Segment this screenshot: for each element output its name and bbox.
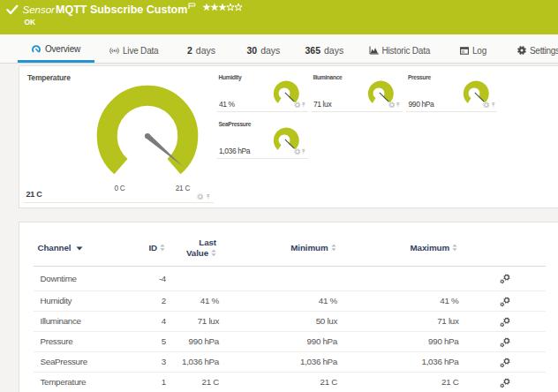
gauge-label-temperature: Temperature — [27, 73, 71, 82]
column-header-maximum-label: Maximum — [411, 243, 450, 253]
tab-365-days-num: 365 — [305, 45, 321, 56]
tab-overview[interactable]: Overview — [18, 34, 94, 63]
status-check-icon — [6, 4, 19, 16]
channel-gear-icon[interactable] — [197, 193, 204, 200]
cell-last-value: 21 C — [202, 377, 220, 387]
cell-maximum: 71 lux — [437, 316, 458, 326]
column-header-maximum[interactable]: Maximum — [411, 243, 458, 253]
column-header-id[interactable]: ID — [148, 243, 165, 253]
sort-icons — [452, 244, 457, 253]
cell-channel[interactable]: Pressure — [41, 336, 73, 346]
page-title: MQTT Subscribe Custom — [56, 4, 187, 16]
channel-pin-icon[interactable] — [301, 102, 306, 109]
edit-channel-gears-icon[interactable] — [500, 378, 510, 388]
tab-log[interactable]: Log — [460, 34, 486, 63]
cell-id: -4 — [159, 274, 166, 283]
column-header-channel-label: Channel — [38, 243, 72, 253]
sort-icons — [160, 244, 165, 253]
cell-id: 3 — [162, 357, 166, 366]
edit-channel-gears-icon[interactable] — [500, 297, 510, 306]
column-header-value-line: Value — [186, 248, 216, 259]
gauge-label-humidity: Humidity — [219, 74, 242, 80]
cell-id: 2 — [162, 296, 166, 305]
gauge-value-temperature: 21 C — [26, 190, 42, 199]
cell-channel[interactable]: SeaPressure — [41, 357, 87, 366]
cell-maximum: 990 hPa — [428, 336, 458, 346]
tab-log-label: Log — [472, 46, 486, 56]
tab-historic-data-label: Historic Data — [382, 46, 431, 56]
gear-icon — [517, 46, 526, 55]
cell-icons — [388, 102, 401, 109]
sort-toggle-icon[interactable] — [211, 249, 216, 257]
cell-divider — [312, 111, 403, 112]
tab-live-data[interactable]: Live Data — [109, 34, 158, 63]
gauge-cell-illuminance: Illuminance 71 lux — [312, 72, 403, 112]
column-header-last-value[interactable]: Last Value — [186, 237, 216, 259]
column-header-channel[interactable]: Channel — [38, 243, 84, 253]
cell-last-value: 990 hPa — [189, 336, 219, 346]
channel-gear-icon[interactable] — [294, 102, 301, 109]
cell-channel[interactable]: Temperature — [41, 377, 87, 387]
tab-historic-data[interactable]: Historic Data — [369, 34, 431, 63]
table-row-pressure: Pressure5990 hPa990 hPa990 hPa — [19, 332, 558, 352]
cell-channel[interactable]: Illuminance — [41, 316, 81, 326]
column-header-last-label: Last — [186, 237, 216, 247]
channel-gear-icon[interactable] — [294, 148, 301, 155]
tab-bar: Overview Live Data 2days 30days 365days … — [0, 34, 558, 64]
channel-gear-icon[interactable] — [388, 102, 396, 109]
column-header-minimum[interactable]: Minimum — [290, 243, 336, 253]
tab-365-days-label: days — [324, 45, 343, 56]
cell-id: 1 — [162, 377, 166, 387]
cell-id: 5 — [162, 336, 166, 346]
broadcast-icon — [109, 47, 119, 55]
gauge-value-seapressure: 1,036 hPa — [219, 147, 250, 155]
tab-overview-label: Overview — [45, 44, 80, 54]
gauges-panel: Temperature 0 C 21 C 21 C Humidity 41 % … — [19, 65, 558, 208]
gauge-cell-humidity: Humidity 41 % — [217, 72, 308, 112]
edit-channel-gears-icon[interactable] — [500, 358, 510, 367]
channel-pin-icon[interactable] — [301, 148, 306, 155]
tab-30-days[interactable]: 30days — [247, 34, 281, 63]
sort-icons — [211, 249, 216, 259]
log-window-icon — [460, 47, 469, 55]
area-chart-icon — [369, 46, 379, 55]
table-row-seapressure: SeaPressure31,036 hPa1,036 hPa1,036 hPa — [19, 352, 558, 373]
channel-pin-icon[interactable] — [206, 193, 211, 200]
cell-id: 4 — [162, 316, 166, 326]
star-empty-icon[interactable] — [234, 3, 243, 11]
cell-divider — [24, 202, 214, 203]
tab-settings[interactable]: Settings — [517, 34, 558, 63]
cell-last-value: 1,036 hPa — [182, 357, 219, 366]
column-header-id-label: ID — [148, 243, 157, 253]
edit-channel-gears-icon[interactable] — [500, 317, 510, 327]
cell-icons — [294, 102, 306, 109]
tab-365-days[interactable]: 365days — [305, 34, 344, 63]
cell-divider — [217, 111, 308, 112]
status-badge: OK — [25, 18, 36, 26]
sort-toggle-icon[interactable] — [331, 244, 336, 252]
channel-pin-icon[interactable] — [396, 102, 401, 109]
edit-channel-gears-icon[interactable] — [500, 337, 510, 347]
cell-icons — [483, 102, 495, 109]
channel-gear-icon[interactable] — [483, 102, 490, 109]
gauge-label-seapressure: SeaPressure — [219, 121, 252, 127]
flag-icon[interactable] — [188, 3, 196, 10]
sort-toggle-icon[interactable] — [160, 244, 165, 252]
channel-pin-icon[interactable] — [491, 102, 496, 109]
priority-stars[interactable] — [202, 3, 242, 11]
cell-icons — [294, 148, 306, 155]
column-header-value-label: Value — [186, 248, 208, 258]
gauge-icon — [32, 45, 41, 53]
cell-channel[interactable]: Humidity — [41, 296, 72, 305]
cell-minimum: 990 hPa — [307, 336, 337, 346]
table-row-illuminance: Illuminance471 lux50 lux71 lux — [19, 312, 558, 332]
edit-channel-gears-icon[interactable] — [500, 274, 510, 283]
tab-settings-label: Settings — [530, 46, 558, 56]
cell-channel[interactable]: Downtime — [41, 274, 77, 283]
tab-2-days[interactable]: 2days — [187, 34, 215, 63]
table-row-downtime: Downtime-4 — [19, 267, 558, 291]
sort-toggle-icon[interactable] — [452, 244, 457, 252]
sort-icons — [331, 244, 336, 253]
sensor-header-bar: Sensor MQTT Subscribe Custom OK — [0, 0, 558, 34]
gauge-cell-temperature: Temperature 0 C 21 C 21 C — [24, 72, 214, 203]
